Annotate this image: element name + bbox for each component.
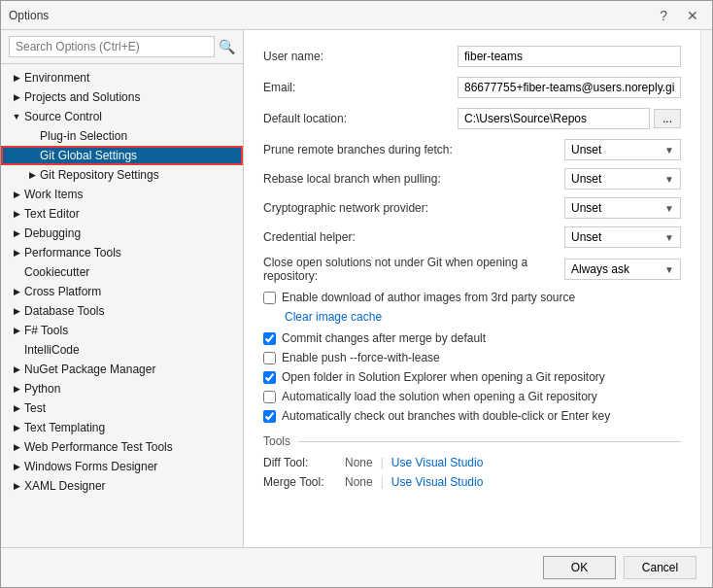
tree-item-text-editor[interactable]: ▶Text Editor xyxy=(1,204,243,224)
crypto-dropdown[interactable]: Unset ▼ xyxy=(564,197,681,219)
tree-item-cross-platform[interactable]: ▶Cross Platform xyxy=(1,282,243,301)
search-input[interactable] xyxy=(9,36,215,57)
tree-item-git-global-settings[interactable]: Git Global Settings xyxy=(1,146,243,165)
bottom-bar: OK Cancel xyxy=(1,547,712,587)
help-button[interactable]: ? xyxy=(654,6,673,25)
clear-cache-link[interactable]: Clear image cache xyxy=(285,310,382,324)
default-location-label: Default location: xyxy=(263,112,458,125)
tree-arrow-web-performance-test-tools: ▶ xyxy=(9,439,24,455)
enable-download-checkbox[interactable] xyxy=(263,292,276,304)
close-solutions-row: Close open solutions not under Git when … xyxy=(263,256,681,283)
crypto-value: Unset xyxy=(571,201,601,215)
default-location-input[interactable] xyxy=(458,108,650,129)
close-solutions-value: Always ask xyxy=(571,262,629,276)
tree-label-database-tools: Database Tools xyxy=(24,304,105,318)
credential-dropdown[interactable]: Unset ▼ xyxy=(564,226,681,248)
enable-push-checkbox[interactable] xyxy=(263,352,276,364)
credential-label: Credential helper: xyxy=(263,230,564,244)
tools-divider-line xyxy=(298,441,681,442)
merge-tool-link[interactable]: Use Visual Studio xyxy=(391,475,484,489)
close-button[interactable]: ✕ xyxy=(681,6,704,25)
tree-item-intellicode[interactable]: IntelliCode xyxy=(1,340,243,360)
crypto-row: Cryptographic network provider: Unset ▼ xyxy=(263,197,681,219)
tree-label-fsharp-tools: F# Tools xyxy=(24,324,68,337)
commit-changes-checkbox[interactable] xyxy=(263,332,276,345)
close-solutions-dropdown[interactable]: Always ask ▼ xyxy=(564,259,681,280)
cancel-button[interactable]: Cancel xyxy=(624,556,696,579)
tree-arrow-text-templating: ▶ xyxy=(9,420,24,435)
left-panel: 🔍 ▶Environment▶Projects and Solutions▼So… xyxy=(1,30,244,547)
tree-label-git-global-settings: Git Global Settings xyxy=(40,149,137,162)
tree-arrow-cross-platform: ▶ xyxy=(9,284,24,299)
commit-changes-row: Commit changes after merge by default xyxy=(263,331,681,345)
diff-tool-row: Diff Tool: None | Use Visual Studio xyxy=(263,456,681,469)
auto-checkout-label: Automatically check out branches with do… xyxy=(282,409,610,423)
tree-label-text-editor: Text Editor xyxy=(24,207,80,221)
close-solutions-label: Close open solutions not under Git when … xyxy=(263,256,564,283)
tree-item-web-performance-test-tools[interactable]: ▶Web Performance Test Tools xyxy=(1,437,243,457)
tree-label-cookiecutter: Cookiecutter xyxy=(24,265,89,279)
tree-item-fsharp-tools[interactable]: ▶F# Tools xyxy=(1,321,243,340)
enable-push-row: Enable push --force-with-lease xyxy=(263,351,681,364)
tree-item-windows-forms-designer[interactable]: ▶Windows Forms Designer xyxy=(1,457,243,476)
tree-item-database-tools[interactable]: ▶Database Tools xyxy=(1,301,243,321)
email-input[interactable] xyxy=(458,77,681,98)
search-bar: 🔍 xyxy=(1,30,243,64)
open-folder-checkbox[interactable] xyxy=(263,371,276,384)
enable-download-label: Enable download of author images from 3r… xyxy=(282,291,575,304)
email-label: Email: xyxy=(263,81,458,94)
tree-item-performance-tools[interactable]: ▶Performance Tools xyxy=(1,243,243,262)
tree-item-text-templating[interactable]: ▶Text Templating xyxy=(1,418,243,437)
tree-item-xaml-designer[interactable]: ▶XAML Designer xyxy=(1,476,243,496)
tree-arrow-source-control: ▼ xyxy=(9,109,24,124)
auto-checkout-checkbox[interactable] xyxy=(263,410,276,423)
auto-load-checkbox[interactable] xyxy=(263,391,276,403)
tree-label-source-control: Source Control xyxy=(24,110,102,123)
tree-arrow-nuget-package-manager: ▶ xyxy=(9,362,24,377)
tree-item-environment[interactable]: ▶Environment xyxy=(1,68,243,87)
tree-label-nuget-package-manager: NuGet Package Manager xyxy=(24,363,155,376)
rebase-label: Rebase local branch when pulling: xyxy=(263,172,564,186)
ok-button[interactable]: OK xyxy=(543,556,616,579)
tree-arrow-work-items: ▶ xyxy=(9,187,24,202)
merge-tool-row: Merge Tool: None | Use Visual Studio xyxy=(263,475,681,489)
tree-item-git-repository-settings[interactable]: ▶Git Repository Settings xyxy=(1,165,243,185)
tree-item-cookiecutter[interactable]: Cookiecutter xyxy=(1,262,243,282)
diff-tool-link[interactable]: Use Visual Studio xyxy=(391,456,484,469)
tree-arrow-text-editor: ▶ xyxy=(9,206,24,222)
title-bar: Options ? ✕ xyxy=(1,1,712,30)
tree-item-source-control[interactable]: ▼Source Control xyxy=(1,107,243,126)
tree-label-text-templating: Text Templating xyxy=(24,421,105,434)
diff-tool-label: Diff Tool: xyxy=(263,456,341,469)
tree-item-work-items[interactable]: ▶Work Items xyxy=(1,185,243,204)
tree-arrow-performance-tools: ▶ xyxy=(9,245,24,260)
tree-item-debugging[interactable]: ▶Debugging xyxy=(1,224,243,243)
tree-item-python[interactable]: ▶Python xyxy=(1,379,243,398)
tree-label-projects-solutions: Projects and Solutions xyxy=(24,90,140,104)
tree-arrow-cookiecutter xyxy=(9,264,24,280)
tree-arrow-test: ▶ xyxy=(9,400,24,416)
username-input[interactable] xyxy=(458,46,681,67)
tree-item-nuget-package-manager[interactable]: ▶NuGet Package Manager xyxy=(1,360,243,379)
tree-label-web-performance-test-tools: Web Performance Test Tools xyxy=(24,440,173,454)
auto-checkout-row: Automatically check out branches with do… xyxy=(263,409,681,423)
window-title: Options xyxy=(9,9,49,22)
commit-changes-label: Commit changes after merge by default xyxy=(282,331,486,345)
credential-row: Credential helper: Unset ▼ xyxy=(263,226,681,248)
browse-button[interactable]: ... xyxy=(654,109,681,128)
tree-label-windows-forms-designer: Windows Forms Designer xyxy=(24,460,157,473)
username-label: User name: xyxy=(263,50,458,63)
rebase-dropdown[interactable]: Unset ▼ xyxy=(564,168,681,190)
username-row: User name: xyxy=(263,46,681,67)
tree-item-projects-solutions[interactable]: ▶Projects and Solutions xyxy=(1,87,243,107)
tree-label-test: Test xyxy=(24,401,46,415)
title-bar-controls: ? ✕ xyxy=(654,6,704,25)
tree-arrow-projects-solutions: ▶ xyxy=(9,89,24,105)
tree-item-test[interactable]: ▶Test xyxy=(1,398,243,418)
prune-dropdown[interactable]: Unset ▼ xyxy=(564,139,681,160)
tree-arrow-database-tools: ▶ xyxy=(9,303,24,319)
rebase-arrow: ▼ xyxy=(664,174,674,185)
tree-item-plugin-selection[interactable]: Plug-in Selection xyxy=(1,126,243,146)
right-panel: User name: Email: Default location: ... xyxy=(244,30,700,547)
email-row: Email: xyxy=(263,77,681,98)
